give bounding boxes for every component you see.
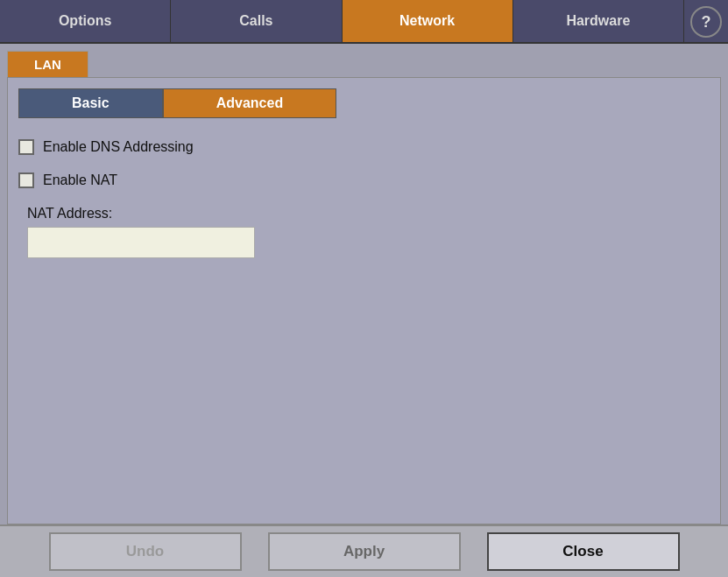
dns-row: Enable DNS Addressing — [18, 139, 710, 155]
tab-network[interactable]: Network — [343, 0, 513, 42]
network-panel: Basic Advanced Enable DNS Addressing Ena… — [7, 77, 721, 524]
sub-tab-lan[interactable]: LAN — [7, 51, 88, 77]
apply-button[interactable]: Apply — [268, 532, 461, 571]
tab-calls[interactable]: Calls — [171, 0, 342, 42]
top-tab-bar: Options Calls Network Hardware ? — [0, 0, 728, 44]
close-button[interactable]: Close — [487, 532, 680, 571]
bottom-bar: Undo Apply Close — [0, 524, 728, 577]
inner-tab-basic[interactable]: Basic — [18, 88, 163, 118]
tab-hardware[interactable]: Hardware — [513, 0, 684, 42]
dns-label: Enable DNS Addressing — [43, 139, 194, 155]
nat-row: Enable NAT — [18, 172, 710, 188]
nat-address-input[interactable] — [27, 227, 255, 258]
inner-tab-advanced[interactable]: Advanced — [163, 88, 336, 118]
inner-tab-bar: Basic Advanced — [18, 88, 710, 118]
nat-address-group: NAT Address: — [18, 206, 710, 258]
help-button[interactable]: ? — [690, 6, 722, 38]
nat-address-label: NAT Address: — [27, 206, 710, 222]
tab-options[interactable]: Options — [0, 0, 171, 42]
nat-label: Enable NAT — [43, 172, 117, 188]
dns-checkbox[interactable] — [18, 139, 34, 155]
undo-button[interactable]: Undo — [49, 532, 242, 571]
main-content: LAN Basic Advanced Enable DNS Addressing… — [0, 44, 728, 524]
nat-checkbox[interactable] — [18, 172, 34, 188]
sub-tab-bar: LAN — [7, 51, 721, 77]
panel-content: Enable DNS Addressing Enable NAT NAT Add… — [18, 132, 710, 513]
